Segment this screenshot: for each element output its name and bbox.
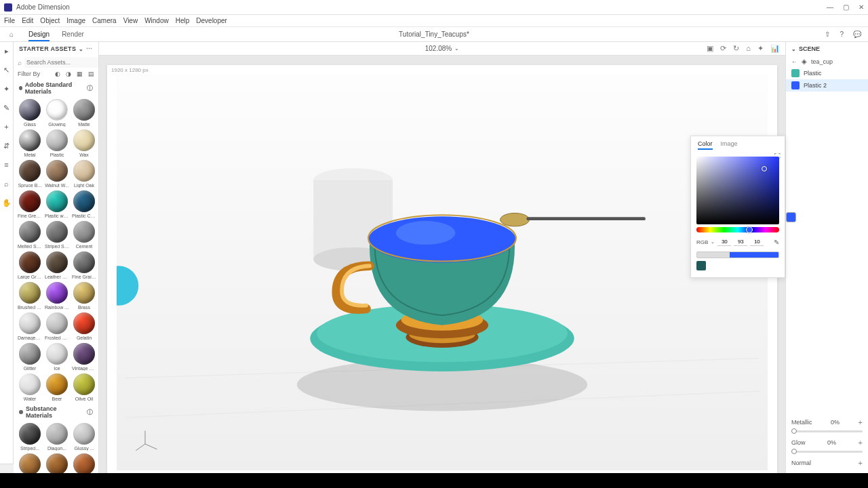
measure-tool[interactable]: ⇵ <box>2 141 12 150</box>
material-item[interactable]: Beer <box>45 373 69 401</box>
material-item[interactable]: Spruce B... <box>18 160 42 188</box>
material-item[interactable]: Large Gric... <box>18 251 42 279</box>
add-icon[interactable]: + <box>859 439 863 447</box>
chevron-down-icon[interactable]: ⌄ <box>711 239 715 245</box>
filter-icon-3[interactable]: ▦ <box>77 70 83 77</box>
zoom-value[interactable]: 102.08% <box>425 45 452 52</box>
image-tab[interactable]: Image <box>721 140 738 150</box>
assets-header[interactable]: STARTER ASSETS ⌄ ⋯ <box>14 42 98 56</box>
search-input[interactable] <box>24 57 99 68</box>
vp-icon-6[interactable]: 📊 <box>770 44 780 53</box>
material-item[interactable]: Striped... <box>18 423 42 451</box>
menu-edit[interactable]: Edit <box>22 17 33 24</box>
material-item[interactable]: Plastic <box>45 129 69 157</box>
r-input[interactable] <box>717 238 731 246</box>
alpha-slider[interactable] <box>696 251 779 258</box>
menu-camera[interactable]: Camera <box>92 17 117 24</box>
g-input[interactable] <box>734 238 747 246</box>
mode-design[interactable]: Design <box>28 30 50 41</box>
vp-icon-1[interactable]: ▣ <box>707 44 713 53</box>
material-item[interactable]: Leather Gr... <box>45 251 69 279</box>
menu-image[interactable]: Image <box>66 17 85 24</box>
help-icon[interactable]: ? <box>840 30 844 38</box>
glow-slider[interactable] <box>791 451 863 453</box>
material-item[interactable]: Rainbow A... <box>45 282 69 310</box>
vp-icon-2[interactable]: ⟳ <box>720 44 726 53</box>
filter-icon-2[interactable]: ◑ <box>66 70 71 77</box>
home-icon[interactable]: ⌂ <box>7 30 16 39</box>
material-item[interactable]: Walnut W... <box>45 160 69 188</box>
chevron-down-icon[interactable]: ⌄ <box>454 45 459 52</box>
vp-icon-5[interactable]: ✦ <box>757 44 764 53</box>
material-item[interactable]: Glass <box>18 99 42 127</box>
material-item[interactable]: Cement <box>72 221 96 249</box>
zoom-tool[interactable]: ⌕ <box>2 179 12 188</box>
material-item[interactable]: Diagon... <box>45 423 69 451</box>
standard-materials-section[interactable]: Adobe Standard Materials ⓘ <box>14 79 98 98</box>
material-item[interactable]: Frosted Gl... <box>45 312 69 340</box>
material-item[interactable]: Melted Sn... <box>18 221 42 249</box>
material-item[interactable]: Brushed Ir... <box>18 282 42 310</box>
hue-cursor[interactable] <box>746 226 753 233</box>
more-icon[interactable]: ⋯ <box>86 45 93 52</box>
hand-tool[interactable]: ✋ <box>2 198 12 207</box>
info-icon[interactable]: ⓘ <box>87 84 93 93</box>
material-item[interactable]: Fine Grain... <box>72 251 96 279</box>
layers-tool[interactable]: ≡ <box>2 160 12 169</box>
menu-file[interactable]: File <box>4 17 15 24</box>
material-item[interactable]: Light Oak <box>72 160 96 188</box>
chat-icon[interactable]: 💬 <box>853 30 861 38</box>
add-icon[interactable]: + <box>859 418 863 426</box>
material-item[interactable]: Fine Green... <box>18 190 42 218</box>
add-icon[interactable]: + <box>859 459 863 467</box>
color-tab[interactable]: Color <box>698 140 713 150</box>
canvas[interactable]: 1920 x 1280 px <box>107 65 777 480</box>
material-item[interactable]: Olive Oil <box>72 373 96 401</box>
menu-help[interactable]: Help <box>176 17 190 24</box>
menu-developer[interactable]: Developer <box>196 17 227 24</box>
material-item[interactable]: Glitter <box>18 343 42 371</box>
material-item[interactable]: Plastic Can... <box>72 190 96 218</box>
sv-cursor[interactable] <box>762 166 767 171</box>
move-tool[interactable]: ↖ <box>2 65 12 75</box>
metallic-slider[interactable] <box>791 430 863 432</box>
color-mode[interactable]: RGB <box>696 239 708 245</box>
select-tool[interactable]: ▸ <box>2 46 12 56</box>
add-tool[interactable]: + <box>2 122 12 131</box>
previous-color-swatch[interactable] <box>696 261 706 270</box>
material-item[interactable]: Vintage Gl... <box>72 343 96 371</box>
back-arrow-icon[interactable]: ← <box>791 58 797 65</box>
scene-nav[interactable]: ← ◈ tea_cup <box>786 56 868 67</box>
hue-slider[interactable] <box>696 227 779 232</box>
material-item[interactable]: Gelatin <box>72 312 96 340</box>
material-item[interactable]: Striped Sto... <box>45 221 69 249</box>
filter-icon-1[interactable]: ◐ <box>55 70 60 77</box>
material-item[interactable]: Damaged ... <box>18 312 42 340</box>
material-item[interactable]: Water <box>18 373 42 401</box>
mode-render[interactable]: Render <box>62 30 84 38</box>
menu-view[interactable]: View <box>123 17 138 24</box>
vp-icon-3[interactable]: ↻ <box>733 44 739 53</box>
scene-item-plastic2[interactable]: Plastic 2 <box>786 79 868 92</box>
maximize-button[interactable]: ▢ <box>843 3 849 11</box>
material-item[interactable]: Wax <box>72 129 96 157</box>
sampler-tool[interactable]: ✎ <box>2 103 12 113</box>
substance-materials-section[interactable]: Substance Materials ⓘ <box>14 403 98 422</box>
close-button[interactable]: ✕ <box>859 3 864 11</box>
menu-window[interactable]: Window <box>144 17 169 24</box>
material-item[interactable]: Matte <box>72 99 96 127</box>
filter-icon-4[interactable]: ▤ <box>88 70 94 77</box>
material-item[interactable]: Metal <box>18 129 42 157</box>
minimize-button[interactable]: — <box>827 3 833 11</box>
b-input[interactable] <box>750 238 764 246</box>
material-item[interactable]: Plastic wit... <box>45 190 69 218</box>
wand-tool[interactable]: ✦ <box>2 84 12 94</box>
saturation-value-box[interactable] <box>696 157 779 224</box>
info-icon[interactable]: ⓘ <box>87 408 93 417</box>
vp-icon-4[interactable]: ⌂ <box>746 44 751 53</box>
material-item[interactable]: Glowing <box>45 99 69 127</box>
material-item[interactable]: Ice <box>45 343 69 371</box>
menu-object[interactable]: Object <box>40 17 60 24</box>
material-item[interactable]: Brass <box>72 282 96 310</box>
eyedropper-icon[interactable]: ✎ <box>774 239 779 246</box>
